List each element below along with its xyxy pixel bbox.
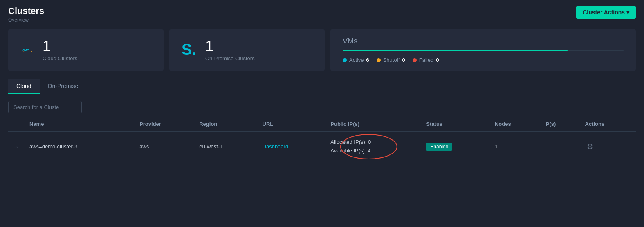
row-status: Enabled [421,132,490,162]
row-nodes: 1 [490,132,539,162]
vms-card: VMs Active 6 Shutoff 0 Failed 0 [330,29,636,71]
aws-logo: aws [20,48,35,52]
col-name: Name [25,117,135,132]
tab-onpremise[interactable]: On-Premise [40,79,87,94]
openstack-icon: S. [182,41,198,59]
row-public-ip: Allocated IP(s): 0 Available IP(s): 4 [325,132,421,162]
col-url: URL [258,117,326,132]
row-arrow: → [8,132,25,162]
tabs-container: Cloud On-Premise [0,79,644,94]
cluster-actions-button[interactable]: Cluster Actions ▾ [576,6,636,19]
table-row: → aws=demo-cluster-3 aws eu-west-1 Dashb… [8,132,636,162]
cloud-label: Cloud Clusters [43,55,77,61]
shutoff-count: 0 [402,57,405,63]
shutoff-label: Shutoff [383,57,400,63]
cloud-clusters-card: aws 1 Cloud Clusters [8,29,164,71]
clusters-table: Name Provider Region URL Public IP(s) St… [8,117,636,162]
col-region: Region [194,117,257,132]
vms-progress-fill [343,50,568,51]
col-actions: Actions [580,117,636,132]
page-title: Clusters [8,6,44,16]
active-count: 6 [366,57,369,63]
page-header: Clusters Overview Cluster Actions ▾ [0,0,644,25]
failed-count: 0 [436,57,439,63]
tab-cloud[interactable]: Cloud [8,79,40,94]
row-provider: aws [135,132,194,162]
onpremise-count: 1 [205,39,255,54]
svg-text:S.: S. [182,41,196,57]
cluster-actions-label: Cluster Actions ▾ [583,9,629,16]
allocated-ip: Allocated IP(s): 0 [330,138,416,147]
vms-title: VMs [343,37,624,45]
vms-progress-bar [343,50,624,51]
col-status: Status [421,117,490,132]
cloud-count: 1 [43,39,77,54]
shutoff-stat: Shutoff 0 [377,57,405,63]
onpremise-label: On-Premise Clusters [205,55,255,61]
aws-icon: aws [20,48,35,52]
active-dot [343,58,347,62]
onpremise-clusters-card: S. 1 On-Premise Clusters [169,29,325,71]
available-ip: Available IP(s): 4 [330,147,416,155]
table-header-row: Name Provider Region URL Public IP(s) St… [8,117,636,132]
row-region: eu-west-1 [194,132,257,162]
row-actions: ⚙ [580,132,636,162]
stats-row: aws 1 Cloud Clusters S. 1 On-Premise Clu… [0,25,644,75]
row-ips-value: – [544,143,547,150]
failed-label: Failed [419,57,433,63]
shutoff-dot [377,58,381,62]
row-name: aws=demo-cluster-3 [25,132,135,162]
search-container [0,94,644,117]
vms-stats: Active 6 Shutoff 0 Failed 0 [343,57,624,63]
dashboard-link[interactable]: Dashboard [263,143,289,150]
breadcrumb: Overview [8,17,44,23]
col-arrow [8,117,25,132]
status-badge: Enabled [426,143,452,151]
cloud-stat-info: 1 Cloud Clusters [43,39,77,61]
active-label: Active [349,57,364,63]
col-public-ip: Public IP(s) [325,117,421,132]
row-url: Dashboard [258,132,326,162]
ip-text: Allocated IP(s): 0 Available IP(s): 4 [330,138,416,155]
header-left: Clusters Overview [8,6,44,23]
col-provider: Provider [135,117,194,132]
failed-dot [413,58,417,62]
col-ips: IP(s) [539,117,580,132]
row-ips: – [539,132,580,162]
table-container: Name Provider Region URL Public IP(s) St… [0,117,644,162]
failed-stat: Failed 0 [413,57,439,63]
col-nodes: Nodes [490,117,539,132]
search-input[interactable] [8,101,82,114]
row-expand-icon[interactable]: → [13,143,19,150]
onpremise-stat-info: 1 On-Premise Clusters [205,39,255,61]
row-actions-gear-button[interactable]: ⚙ [585,141,595,153]
active-stat: Active 6 [343,57,369,63]
